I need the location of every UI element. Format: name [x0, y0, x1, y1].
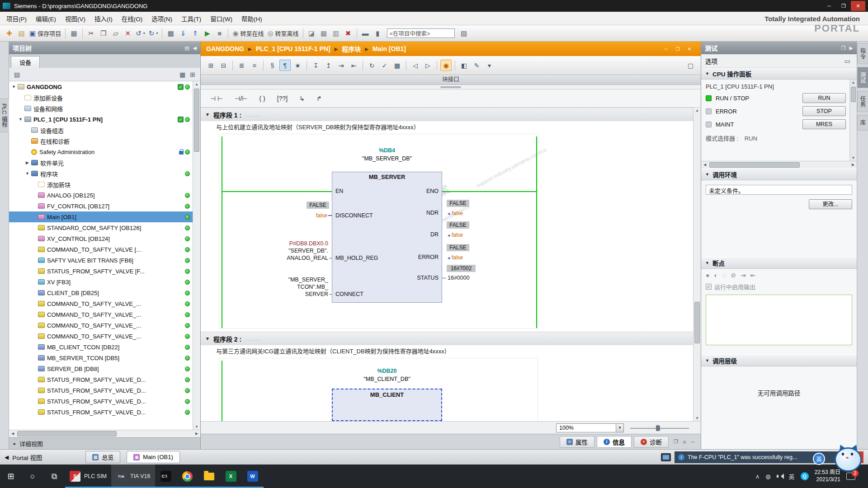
- plc-programming-tab[interactable]: PLC 编程: [0, 99, 10, 132]
- tree-item[interactable]: 设备和网络: [9, 103, 193, 114]
- tab-info[interactable]: i 信息: [597, 436, 632, 448]
- portal-view-button[interactable]: ◀ Portal 视图: [5, 453, 42, 462]
- task-card-指令[interactable]: 指令: [857, 43, 868, 64]
- hold-reg-operand-member[interactable]: ANALOG_REAL: [248, 255, 328, 262]
- task-card-任务[interactable]: 任务: [857, 91, 868, 112]
- disconnect-value[interactable]: false: [307, 212, 327, 219]
- qq-icon[interactable]: Q: [801, 472, 809, 480]
- main-ob1-tab[interactable]: ▣ Main (OB1): [127, 451, 179, 463]
- coil-icon[interactable]: ( ): [257, 94, 268, 103]
- tree-item[interactable]: Safety Administration: [9, 146, 193, 157]
- word-button[interactable]: W: [242, 465, 264, 488]
- favorites-toggle-icon[interactable]: ★: [292, 60, 303, 71]
- tree-item[interactable]: ▶软件单元: [9, 157, 193, 168]
- instance-db-name[interactable]: "MB_SERVER_DB": [332, 155, 442, 162]
- delete-row-icon[interactable]: ↥: [323, 60, 334, 71]
- connect-operand-1[interactable]: "MB_SERVER_: [248, 277, 328, 283]
- menu-online[interactable]: 在线(O): [117, 14, 147, 23]
- menu-project[interactable]: 项目(P): [2, 14, 31, 23]
- tree-item[interactable]: 设备组态: [9, 125, 193, 136]
- tree-item[interactable]: SAFTY VALVE BIT TRANS [FB6]: [9, 255, 193, 266]
- open-project-icon[interactable]: ▤: [16, 28, 27, 39]
- delete-network-icon[interactable]: ⊟: [218, 60, 229, 71]
- tree-item[interactable]: Main [OB1]: [9, 211, 193, 222]
- editor-minimize-icon[interactable]: ─: [660, 45, 672, 53]
- expander-icon[interactable]: ▶: [24, 160, 30, 165]
- ndr-value[interactable]: false: [447, 210, 463, 216]
- tree-item[interactable]: STATUS_FROM_SAFTY_VALVE_D...: [9, 374, 193, 385]
- cpu-horizontal-scrollbar[interactable]: ◀ ▶: [701, 161, 857, 169]
- breakpoints-header[interactable]: ▼ 断点: [701, 257, 857, 269]
- status-value[interactable]: 16#0000: [448, 275, 470, 281]
- accessible-devices-icon[interactable]: ▦: [318, 28, 330, 39]
- dock-panel-icon[interactable]: ❐: [674, 439, 678, 445]
- ime-indicator[interactable]: 英: [789, 472, 795, 481]
- minimize-button[interactable]: ─: [822, 1, 836, 11]
- tree-item[interactable]: MB_SERVER_TCON [DB5]: [9, 352, 193, 363]
- absolute-operands-icon[interactable]: §: [267, 60, 278, 71]
- program-vertical-scrollbar[interactable]: ▲ ▼: [693, 108, 701, 421]
- delete-icon[interactable]: ✕: [122, 28, 133, 39]
- command-prompt-button[interactable]: C:\: [155, 465, 177, 488]
- cut-icon[interactable]: ✂: [85, 28, 97, 39]
- tree-item[interactable]: ▼GANGDONG✓: [9, 81, 193, 92]
- upload-from-device-icon[interactable]: ⇑: [189, 28, 201, 39]
- network-comments-icon[interactable]: ¶: [279, 60, 291, 71]
- tree-item[interactable]: MB_CLIENT_TCON [DB22]: [9, 342, 193, 352]
- tree-item[interactable]: 在线和诊断: [9, 136, 193, 146]
- plc-sim-button[interactable]: SPLC SIM: [65, 465, 111, 488]
- monitoring-toggle-icon[interactable]: ◉: [440, 60, 452, 71]
- tree-item[interactable]: FV_CONTROL [OB127]: [9, 201, 193, 211]
- file-explorer-button[interactable]: [198, 465, 220, 488]
- call-environment-header[interactable]: ▼ 调用环境: [701, 169, 857, 180]
- editor-settings-icon[interactable]: ▾: [484, 60, 495, 71]
- tree-item[interactable]: COMMAND_TO_SAFTY_VALVE_...: [9, 309, 193, 320]
- change-button[interactable]: 更改...: [809, 199, 852, 209]
- tree-item[interactable]: STATUS_FROM_SAFTY_VALVE_D...: [9, 396, 193, 407]
- panel-options-icon[interactable]: ▭: [844, 57, 850, 65]
- maximize-editor-icon[interactable]: ▢: [685, 60, 696, 71]
- new-project-icon[interactable]: ✚: [4, 28, 15, 39]
- tree-item[interactable]: STATUS_FROM_SAFTY_VALVE_D...: [9, 385, 193, 396]
- devices-tab[interactable]: 设备: [11, 56, 40, 68]
- expander-icon[interactable]: ▼: [24, 171, 30, 176]
- tree-horizontal-scrollbar[interactable]: ◀ ▶: [9, 430, 200, 437]
- network-1-comment[interactable]: 与上位机建立通讯及地址映射（SERVER_DB映射为保持型寄存器地址4xxxx）: [201, 121, 693, 133]
- goto-previous-breakpoint-icon[interactable]: ⇤: [750, 272, 756, 279]
- hold-reg-operand-db[interactable]: "SERVER_DB".: [248, 248, 328, 254]
- task-view-button[interactable]: ⧉: [43, 465, 65, 488]
- enable-output-checkbox[interactable]: ✓: [706, 284, 712, 290]
- cross-references-icon[interactable]: ✖: [343, 28, 354, 39]
- breakpoints-list[interactable]: [706, 295, 852, 345]
- search-library-icon[interactable]: ▨: [458, 28, 470, 39]
- tree-item[interactable]: 添加新块: [9, 179, 193, 190]
- insert-row-icon[interactable]: ↧: [310, 60, 321, 71]
- tree-item[interactable]: STANDARD_COM_SAFTY [OB126]: [9, 222, 193, 233]
- modify-operand-icon[interactable]: ✎: [471, 60, 482, 71]
- tree-item[interactable]: COMMAND_TO_SAFTY_VALVE [...: [9, 244, 193, 255]
- set-breakpoint-icon[interactable]: ●: [706, 272, 709, 279]
- tree-vertical-scrollbar[interactable]: ▲ ▼: [193, 81, 200, 430]
- restore-button[interactable]: ❐: [836, 1, 851, 11]
- tia-portal-button[interactable]: TIATIA V16: [111, 465, 155, 488]
- network-icon[interactable]: ◍: [765, 473, 770, 480]
- detail-view-bar[interactable]: ▸ 详细视图: [9, 437, 200, 449]
- editor-close-icon[interactable]: ✕: [684, 45, 695, 53]
- tree-item[interactable]: COMMAND_TO_SAFTY_VALVE_...: [9, 298, 193, 309]
- connect-operand-3[interactable]: SERVER: [248, 291, 328, 298]
- compile-block-icon[interactable]: ▩: [392, 60, 403, 71]
- task-card-库[interactable]: 库: [857, 115, 868, 131]
- run-button[interactable]: RUN: [802, 93, 846, 103]
- tree-item[interactable]: ANALOG [OB125]: [9, 190, 193, 201]
- tree-item[interactable]: COMMAND_TO_SAFTY_VALVE_...: [9, 331, 193, 342]
- float-panel-icon[interactable]: ❐: [841, 45, 846, 51]
- excel-button[interactable]: X: [220, 465, 242, 488]
- editor-float-icon[interactable]: ❐: [672, 45, 684, 53]
- ime-float-badge[interactable]: 英: [813, 453, 825, 465]
- goto-offline-button[interactable]: ◎转至离线: [266, 28, 300, 39]
- tree-item[interactable]: STATUS_FROM_SAFTY_VALVE [F...: [9, 266, 193, 277]
- column-display-icon[interactable]: ▦: [179, 71, 185, 78]
- update-block-calls-icon[interactable]: ↻: [366, 60, 377, 71]
- menu-help[interactable]: 帮助(H): [237, 14, 267, 23]
- notification-bar[interactable]: i The F-CPU "PLC_1" was successfully reg…: [675, 451, 855, 463]
